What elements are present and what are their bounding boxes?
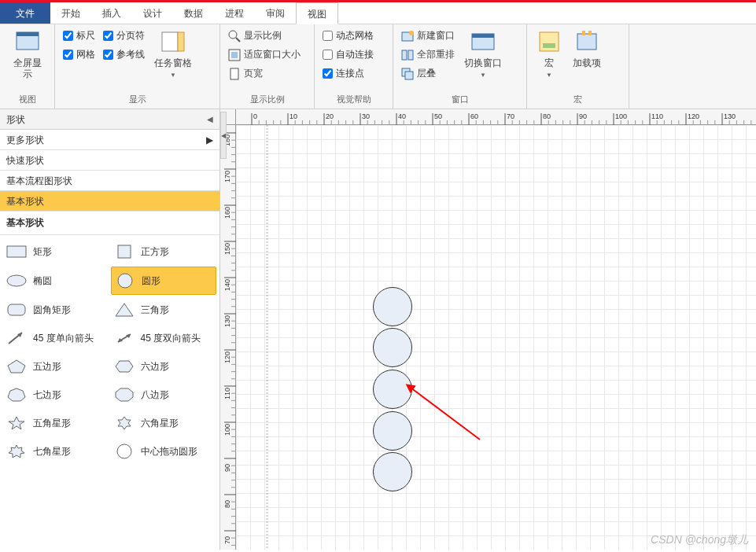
centercircle-icon [114, 443, 135, 460]
switch-window-button[interactable]: 切换窗口 ▼ [461, 28, 505, 81]
shape-triangle[interactable]: 三角形 [111, 296, 217, 323]
svg-marker-34 [116, 361, 133, 372]
shape-star6[interactable]: 六角星形 [111, 410, 217, 436]
shape-hexagon[interactable]: 六边形 [111, 353, 217, 380]
svg-rect-7 [231, 52, 238, 58]
svg-rect-1 [17, 32, 39, 36]
svg-rect-22 [7, 246, 26, 257]
macros-button[interactable]: 宏 ▼ [533, 28, 565, 81]
sidebar-item-basicshapes[interactable]: 基本形状 [0, 191, 219, 212]
fit-window-button[interactable]: 适应窗口大小 [227, 46, 302, 63]
tab-view[interactable]: 视图 [296, 2, 338, 24]
magnifier-icon [228, 30, 241, 42]
drawing-surface[interactable] [236, 125, 756, 550]
pagewidth-icon [228, 68, 241, 80]
shape-star5[interactable]: 五角星形 [3, 410, 109, 436]
canvas-shape-circle-1[interactable] [373, 287, 412, 326]
fullscreen-icon [15, 29, 40, 54]
svg-rect-26 [8, 304, 25, 315]
shape-ellipse[interactable]: 椭圆 [3, 267, 109, 295]
svg-text:130: 130 [223, 315, 231, 327]
checkbox-autoconnect[interactable]: 自动连接 [321, 46, 375, 63]
cascade-button[interactable]: 层叠 [400, 65, 456, 82]
svg-text:0: 0 [253, 112, 257, 120]
shape-rectangle[interactable]: 矩形 [3, 238, 109, 265]
sidebar-item-flowchart[interactable]: 基本流程图形状 [0, 171, 219, 191]
group-label-view: 视图 [6, 94, 48, 105]
panel-collapse-handle[interactable]: ◀ [220, 112, 227, 159]
checkbox-connpoints[interactable]: 连接点 [321, 65, 375, 82]
zoom-ratio-button[interactable]: 显示比例 [227, 28, 302, 44]
group-label-window: 窗口 [400, 94, 520, 105]
svg-text:100: 100 [223, 424, 231, 436]
ruler-vertical: 180170160150140130120110100908070 [220, 125, 236, 550]
svg-rect-16 [472, 34, 494, 38]
svg-text:80: 80 [223, 500, 231, 508]
shape-pentagon[interactable]: 五边形 [3, 353, 109, 380]
svg-rect-8 [230, 68, 238, 79]
svg-text:130: 130 [724, 112, 736, 120]
shape-octagon[interactable]: 八边形 [111, 381, 217, 408]
tab-insert[interactable]: 插入 [91, 2, 132, 24]
checkbox-ruler[interactable]: 标尺 [61, 28, 97, 44]
group-label-macro: 宏 [533, 94, 622, 105]
arrow-double-icon [114, 329, 135, 347]
tab-home[interactable]: 开始 [50, 2, 91, 24]
svg-rect-20 [582, 31, 585, 35]
svg-text:160: 160 [223, 207, 231, 219]
shape-circle[interactable]: 圆形 [111, 267, 217, 295]
canvas-shape-circle-5[interactable] [373, 452, 412, 491]
tab-data[interactable]: 数据 [173, 2, 214, 24]
fit-icon [228, 49, 241, 61]
sidebar-item-quickshapes[interactable]: 快速形状 [0, 150, 219, 171]
page-width-button[interactable]: 页宽 [227, 65, 302, 82]
canvas-area[interactable]: 0102030405060708090100110120130140 18017… [220, 109, 756, 550]
checkbox-dynamicgrid[interactable]: 动态网格 [321, 28, 375, 44]
checkbox-pagebreaks[interactable]: 分页符 [101, 28, 146, 44]
shape-square[interactable]: 正方形 [111, 238, 217, 265]
checkbox-guides[interactable]: 参考线 [101, 46, 146, 63]
tab-design[interactable]: 设计 [132, 2, 173, 24]
fullscreen-button[interactable]: 全屏显示 [6, 28, 48, 82]
tab-process[interactable]: 进程 [214, 2, 255, 24]
pentagon-icon [6, 358, 27, 375]
square-icon [114, 243, 135, 260]
shapes-panel: 形状 ◀ 更多形状 ▶ 快速形状 基本流程图形状 基本形状 基本形状 矩形 正方… [0, 109, 220, 550]
canvas-shape-circle-2[interactable] [373, 328, 412, 367]
svg-line-5 [236, 38, 240, 42]
shape-star7[interactable]: 七角星形 [3, 438, 109, 465]
arrange-all-button[interactable]: 全部重排 [400, 46, 456, 63]
sidebar-item-moreshapes[interactable]: 更多形状 ▶ [0, 130, 219, 150]
switchwin-icon [470, 29, 496, 54]
chevron-right-icon: ▶ [206, 130, 213, 150]
star7-icon [6, 443, 27, 460]
svg-rect-12 [408, 50, 413, 60]
svg-rect-23 [118, 245, 131, 258]
checkbox-grid[interactable]: 网格 [61, 46, 97, 63]
shapes-panel-header[interactable]: 形状 ◀ [0, 109, 219, 130]
taskpane-icon [160, 29, 186, 54]
taskpane-button[interactable]: 任务窗格 ▼ [151, 28, 195, 81]
new-window-button[interactable]: 新建窗口 [400, 28, 456, 44]
svg-text:100: 100 [615, 112, 627, 120]
shape-roundrect[interactable]: 圆角矩形 [3, 296, 109, 323]
triangle-icon [114, 301, 135, 318]
shape-heptagon[interactable]: 七边形 [3, 381, 109, 408]
hexagon-icon [114, 358, 135, 375]
svg-text:90: 90 [223, 464, 231, 472]
chevron-left-icon: ◀ [207, 109, 213, 130]
svg-text:20: 20 [326, 112, 334, 120]
watermark: CSDN @chong墩儿 [651, 533, 748, 547]
shapes-panel-title: 形状 [6, 109, 25, 130]
svg-text:150: 150 [223, 243, 231, 255]
tab-file[interactable]: 文件 [0, 2, 50, 24]
ellipse-icon [6, 272, 27, 289]
shape-arrow-45-double[interactable]: 45 度双向箭头 [111, 325, 217, 351]
shape-centerdrag-circle[interactable]: 中心拖动圆形 [111, 438, 217, 465]
ribbon: 全屏显示 视图 标尺 网格 分页符 参考线 任务窗格 [0, 24, 756, 109]
addins-button[interactable]: 加载项 [570, 28, 604, 70]
dropdown-icon: ▼ [170, 72, 176, 79]
tab-review[interactable]: 审阅 [255, 2, 296, 24]
macros-icon [537, 29, 562, 54]
shape-arrow-45-single[interactable]: 45 度单向箭头 [3, 325, 109, 351]
